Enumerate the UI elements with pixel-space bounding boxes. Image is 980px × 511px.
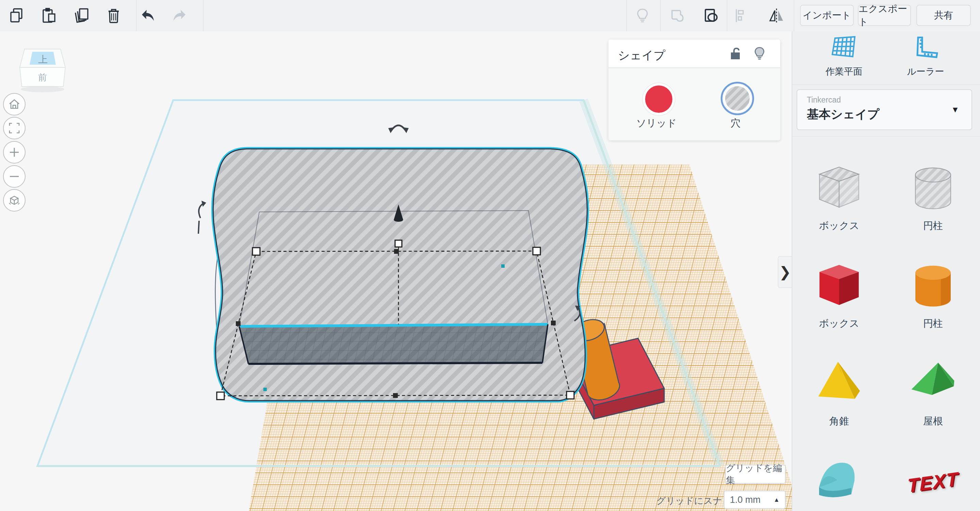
library-selected: 基本シェイプ (807, 106, 879, 122)
shape-inspector-panel: シェイプ ソリッド 穴 (608, 40, 780, 141)
box-icon (814, 261, 865, 312)
top-toolbar: インポート エクスポート 共有 (0, 0, 980, 32)
ruler-label: ルーラー (907, 65, 944, 78)
workplane-label: 作業平面 (826, 65, 862, 78)
lightbulb-icon[interactable] (634, 8, 651, 24)
shape-tile-pyramid[interactable]: 角錐 (792, 339, 886, 437)
shape-tile-box[interactable]: ボックス (792, 241, 886, 339)
delete-icon[interactable] (105, 8, 122, 24)
solid-option-label: ソリッド (622, 117, 690, 130)
roof-icon (907, 359, 959, 410)
shape-label: ボックス (819, 317, 859, 331)
shapes-sidebar: 作業平面 ルーラー Tinkercad 基本シェイプ ▼ (792, 31, 980, 511)
duplicate-icon[interactable] (73, 8, 89, 24)
shape-tile-round-roof[interactable]: 円形屋根 (792, 437, 886, 511)
group-icon[interactable] (703, 8, 719, 24)
box-hole-icon (814, 163, 865, 214)
library-brand: Tinkercad (807, 96, 841, 105)
shape-label: 角錐 (829, 415, 849, 428)
home-view-button[interactable] (3, 93, 25, 115)
zoom-out-button[interactable] (3, 165, 25, 188)
paste-icon[interactable] (41, 8, 57, 24)
toolbar-separator (203, 0, 204, 31)
import-button[interactable]: インポート (800, 5, 854, 26)
workplane-tool[interactable]: 作業平面 (810, 35, 878, 78)
round-roof-icon (814, 457, 865, 508)
shape-label: 円柱 (923, 219, 943, 233)
toolbar-separator (136, 0, 137, 31)
zoom-in-button[interactable] (3, 141, 25, 163)
text-shape-icon: TEXT (907, 467, 959, 497)
shape-panel-title: シェイプ (618, 48, 665, 63)
hole-option[interactable] (721, 82, 754, 115)
snap-grid-select[interactable]: 1.0 mm ▲ (724, 490, 786, 509)
toolbar-separator (627, 0, 627, 31)
redo-icon[interactable] (172, 8, 188, 24)
share-button[interactable]: 共有 (916, 5, 971, 26)
ungroup-icon[interactable] (669, 8, 685, 24)
shape-tile-box-hole[interactable]: ボックス (792, 144, 886, 241)
pyramid-icon (814, 359, 865, 410)
hole-option-label: 穴 (702, 117, 770, 130)
copy-icon[interactable] (9, 8, 25, 24)
cylinder-icon (907, 261, 959, 312)
shape-label: 屋根 (923, 415, 943, 428)
sidebar-divider (792, 85, 980, 85)
toolbar-separator (794, 0, 794, 31)
shape-tile-roof[interactable]: 屋根 (886, 339, 980, 437)
toolbar-separator (660, 0, 660, 31)
ruler-tool[interactable]: ルーラー (891, 35, 959, 78)
edit-grid-button[interactable]: グリッドを編集 (725, 465, 786, 484)
caret-down-icon: ▼ (951, 105, 959, 115)
export-button[interactable]: エクスポート (858, 5, 911, 26)
cylinder-hole-icon (907, 163, 959, 214)
align-icon[interactable] (733, 8, 749, 24)
shape-tile-cylinder-hole[interactable]: 円柱 (886, 144, 980, 241)
snap-grid-value: 1.0 mm (730, 495, 760, 505)
ruler-icon (912, 35, 939, 62)
shape-panel-header: シェイプ (608, 40, 780, 68)
shape-label: 円柱 (923, 317, 943, 331)
shape-library-dropdown[interactable]: Tinkercad 基本シェイプ ▼ (797, 89, 972, 130)
sidebar-divider (792, 136, 980, 137)
shape-label: ボックス (819, 219, 859, 233)
mirror-icon[interactable] (768, 8, 785, 24)
lightbulb-icon[interactable] (752, 46, 767, 62)
shape-tile-cylinder[interactable]: 円柱 (886, 241, 980, 339)
perspective-button[interactable] (3, 189, 25, 212)
view-cube-top-label[interactable]: 上 (38, 54, 48, 65)
tinkercad-app: インポート エクスポート 共有 (0, 0, 980, 511)
view-cube-front-label[interactable]: 前 (38, 72, 47, 83)
caret-up-icon: ▲ (773, 497, 780, 503)
vertex-dot (263, 388, 267, 391)
undo-icon[interactable] (140, 8, 156, 24)
solid-option[interactable] (643, 83, 675, 115)
fit-view-button[interactable] (3, 117, 25, 139)
shape-tile-text[interactable]: TEXT 文字 (886, 437, 980, 511)
view-cube[interactable]: 上 前 (20, 49, 65, 92)
shape-grid: ボックス 円柱 ボックス (792, 144, 980, 511)
vertex-dot (501, 264, 504, 268)
unlock-icon[interactable] (729, 47, 743, 62)
chevron-right-icon: ❯ (779, 263, 791, 280)
workplane-icon (830, 35, 858, 62)
sidebar-collapse-tab[interactable]: ❯ (778, 256, 792, 288)
